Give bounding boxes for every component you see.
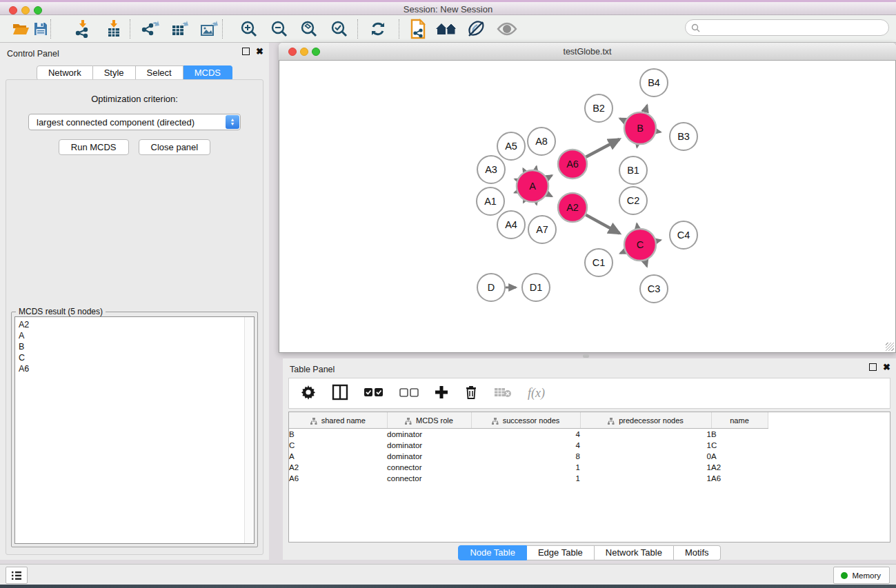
graph-edge-C-C1[interactable] [620, 252, 625, 254]
graph-edge-A-A8[interactable] [536, 166, 537, 170]
tab-style[interactable]: Style [93, 65, 136, 81]
home-button[interactable] [435, 21, 457, 37]
attribute-icon [310, 418, 317, 425]
graph-edge-A-A6[interactable] [547, 175, 552, 178]
memory-status-icon [841, 572, 848, 579]
open-folder-icon [12, 21, 30, 37]
tab-motifs[interactable]: Motifs [674, 545, 721, 560]
import-table-button[interactable] [106, 20, 122, 38]
column-header[interactable]: MCDS role [387, 412, 471, 429]
table-row[interactable]: Bdominator41B [289, 429, 768, 440]
select-all-button[interactable] [364, 387, 384, 400]
search-input[interactable] [704, 21, 886, 35]
export-table-button[interactable] [171, 20, 189, 38]
zoom-in-button[interactable] [240, 20, 258, 38]
graph-edge-A-A2[interactable] [547, 194, 552, 196]
network-window-titlebar[interactable]: testGlobe.txt [279, 43, 896, 61]
memory-button[interactable]: Memory [833, 567, 890, 584]
refresh-button[interactable] [369, 20, 387, 38]
trash-icon [464, 385, 478, 400]
column-header[interactable]: successor nodes [471, 412, 580, 429]
attribute-icon [608, 418, 615, 425]
graph-edge-A-A5[interactable] [523, 169, 524, 172]
zoom-out-button[interactable] [270, 20, 288, 38]
table-row[interactable]: A6connector11A6 [289, 473, 768, 484]
open-session-button[interactable] [12, 21, 30, 37]
tab-mcds[interactable]: MCDS [183, 65, 232, 81]
delete-table-button[interactable] [494, 387, 512, 401]
add-column-button[interactable] [435, 385, 448, 402]
task-history-button[interactable] [6, 567, 28, 584]
table-row[interactable]: Cdominator41C [289, 440, 768, 451]
export-network-icon [141, 20, 159, 38]
graph-edge-A-A1[interactable] [515, 192, 517, 192]
new-network-button[interactable] [410, 19, 428, 39]
node-table[interactable]: shared name MCDS role successor nodes pr… [289, 412, 768, 484]
close-panel-icon[interactable]: ✖ [883, 363, 890, 371]
column-header[interactable]: name [711, 412, 768, 429]
import-network-icon [74, 20, 91, 38]
zoom-in-icon [240, 20, 258, 38]
tab-node-table[interactable]: Node Table [458, 545, 527, 560]
graph-edge-C-C4[interactable] [656, 240, 660, 241]
result-scrollbar[interactable] [244, 317, 254, 543]
import-network-button[interactable] [74, 20, 91, 38]
delete-column-button[interactable] [464, 385, 478, 403]
graph-edge-B-B1[interactable] [637, 145, 638, 148]
float-panel-icon[interactable] [242, 48, 250, 55]
graph-edge-B-B4[interactable] [645, 105, 647, 112]
close-panel-button[interactable]: Close panel [139, 139, 211, 155]
result-item[interactable]: A6 [19, 363, 29, 374]
resize-grip[interactable] [886, 343, 894, 351]
table-settings-button[interactable] [301, 385, 316, 403]
result-item[interactable]: B [19, 341, 29, 352]
tab-select[interactable]: Select [136, 65, 183, 81]
import-table-icon [106, 20, 122, 38]
main-titlebar: Session: New Session [0, 0, 896, 15]
graph-edge-A2-C[interactable] [586, 215, 619, 234]
table-row[interactable]: A2connector11A2 [289, 462, 768, 473]
result-item[interactable]: A [19, 330, 29, 341]
graph-node-label-A8: A8 [535, 136, 548, 147]
tab-network-table[interactable]: Network Table [595, 545, 674, 560]
network-graph[interactable]: B4B2BB3A5A8A6A3B1AA1C2A2A4A7CC4C1C3DD1 [279, 61, 895, 352]
hide-graphics-details-button[interactable] [466, 21, 486, 37]
graph-edge-A-A3[interactable] [515, 179, 517, 180]
zoom-selected-button[interactable] [330, 20, 348, 38]
graph-edge-A6-B[interactable] [586, 139, 619, 157]
graph-edge-C-C3[interactable] [645, 261, 647, 267]
splitter-handle[interactable] [583, 354, 589, 358]
close-panel-icon[interactable]: ✖ [256, 48, 263, 55]
graph-edge-A-A7[interactable] [536, 202, 537, 204]
deselect-all-button[interactable] [399, 387, 419, 400]
search-field[interactable] [685, 19, 889, 36]
graph-edge-C-C2[interactable] [637, 224, 637, 229]
network-canvas[interactable]: B4B2BB3A5A8A6A3B1AA1C2A2A4A7CC4C1C3DD1 [279, 61, 896, 353]
run-mcds-button[interactable]: Run MCDS [59, 139, 129, 155]
export-network-button[interactable] [141, 20, 159, 38]
float-panel-icon[interactable] [869, 363, 877, 371]
column-header[interactable]: shared name [289, 412, 387, 429]
graph-node-label-A: A [529, 181, 536, 192]
result-item[interactable]: A2 [19, 319, 29, 330]
criterion-dropdown[interactable]: largest connected component (directed) ▲… [28, 114, 241, 130]
export-image-icon [200, 20, 218, 38]
column-header[interactable]: predecessor nodes [580, 412, 711, 429]
result-item[interactable]: C [19, 352, 29, 363]
toolbar-separator [357, 19, 358, 39]
function-builder-button[interactable]: f(x) [528, 386, 545, 401]
tab-edge-table[interactable]: Edge Table [527, 545, 595, 560]
show-column-button[interactable] [332, 384, 348, 403]
zoom-fit-button[interactable] [300, 20, 318, 38]
select-all-icon [364, 387, 384, 397]
export-image-button[interactable] [200, 20, 218, 38]
graph-edge-B-B3[interactable] [657, 131, 661, 132]
mcds-result-list[interactable]: A2 A B C A6 [14, 316, 255, 544]
table-row[interactable]: Adominator80A [289, 451, 768, 462]
graph-edge-A-A4[interactable] [524, 201, 524, 203]
save-session-button[interactable] [33, 21, 48, 37]
tab-network[interactable]: Network [37, 65, 93, 81]
show-graphics-details-button[interactable] [497, 22, 517, 36]
toolbar-separator [222, 19, 223, 39]
graph-edge-B-B2[interactable] [620, 119, 626, 121]
